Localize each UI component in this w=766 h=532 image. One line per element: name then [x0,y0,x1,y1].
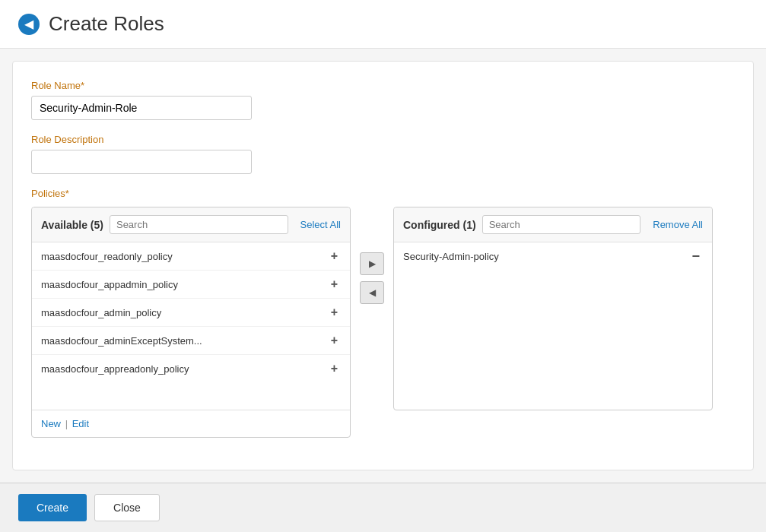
policies-group: Policies* Available (5) Select All maasd… [31,188,735,438]
page-header: ◀ Create Roles [0,0,766,49]
item-name: maasdocfour_admin_policy [41,307,161,318]
select-all-link[interactable]: Select All [300,219,341,230]
configured-panel-header: Configured (1) Remove All [394,207,712,242]
forward-icon: ▶ [369,258,376,269]
footer-separator: | [65,418,68,429]
add-item-button[interactable]: + [328,277,341,291]
transfer-controls: ▶ ◀ [351,252,393,304]
edit-policy-link[interactable]: Edit [72,418,89,429]
transfer-forward-button[interactable]: ▶ [360,252,384,275]
available-panel-footer: New | Edit [32,410,350,437]
page-title: Create Roles [49,12,164,36]
role-name-label: Role Name* [31,80,735,91]
available-search-input[interactable] [110,215,288,234]
configured-panel-body: Security-Admin-policy − [394,242,712,410]
add-item-button[interactable]: + [328,334,341,347]
policies-label: Policies* [31,188,735,199]
policies-container: Available (5) Select All maasdocfour_rea… [31,207,735,438]
configured-search-input[interactable] [482,215,641,234]
role-name-group: Role Name* [31,80,735,120]
role-description-label: Role Description [31,134,735,145]
main-content: Role Name* Role Description Policies* Av… [12,61,754,470]
item-name: maasdocfour_appadmin_policy [41,279,178,290]
item-name: maasdocfour_appreadonly_policy [41,363,189,375]
role-description-group: Role Description [31,134,735,174]
available-panel-body: maasdocfour_readonly_policy + maasdocfou… [32,242,350,410]
configured-panel-title: Configured (1) [403,219,476,231]
available-panel-header: Available (5) Select All [32,207,350,242]
available-panel: Available (5) Select All maasdocfour_rea… [31,207,351,438]
new-policy-link[interactable]: New [41,418,61,429]
add-item-button[interactable]: + [328,249,341,263]
list-item[interactable]: maasdocfour_readonly_policy + [32,242,350,271]
list-item[interactable]: maasdocfour_admin_policy + [32,299,350,327]
add-item-button[interactable]: + [328,362,341,375]
backward-icon: ◀ [369,287,376,298]
back-icon: ◀ [24,17,33,31]
item-name: maasdocfour_adminExceptSystem... [41,335,202,347]
list-item[interactable]: maasdocfour_adminExceptSystem... + [32,327,350,355]
remove-all-link[interactable]: Remove All [653,219,703,230]
configured-panel: Configured (1) Remove All Security-Admin… [393,207,713,410]
remove-item-button[interactable]: − [688,249,703,263]
transfer-backward-button[interactable]: ◀ [360,281,384,304]
add-item-button[interactable]: + [328,306,341,319]
item-name: maasdocfour_readonly_policy [41,251,173,262]
list-item[interactable]: maasdocfour_appadmin_policy + [32,271,350,299]
list-item[interactable]: Security-Admin-policy − [394,242,712,270]
role-name-input[interactable] [31,96,252,120]
back-button[interactable]: ◀ [18,14,40,35]
role-description-input[interactable] [31,150,252,174]
list-item[interactable]: maasdocfour_appreadonly_policy + [32,355,350,382]
item-name: Security-Admin-policy [403,251,499,262]
available-panel-title: Available (5) [41,219,103,231]
